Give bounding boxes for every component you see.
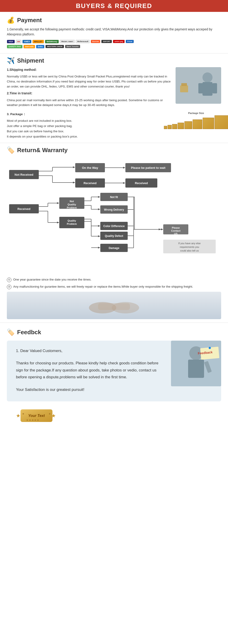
warranty-icon: 🏷️ xyxy=(7,146,15,154)
shipment-image xyxy=(176,67,221,104)
feedback-section: 🏷️ Feedbck Feedback 1. Dear Valued Custo… xyxy=(0,324,228,431)
svg-text:Quality Defect: Quality Defect xyxy=(105,234,123,238)
badge-svg: ★ ★ ★ ★ Your Text ★ ★ ★ ★ ★ xyxy=(15,406,58,426)
warranty-points: ① One year guarantee since the date you … xyxy=(7,277,221,290)
svg-rect-3 xyxy=(198,83,203,94)
svg-rect-4 xyxy=(213,83,217,94)
box-7 xyxy=(203,118,214,129)
svg-text:Received: Received xyxy=(17,207,30,211)
shipment-content: 1.Shipping method: Normally US$5 or less… xyxy=(7,67,221,110)
box-2 xyxy=(168,125,172,129)
bank-transfer-logo: Bank Transfer xyxy=(65,45,80,48)
svg-marker-15 xyxy=(73,182,75,184)
feedback-image: Feedback xyxy=(171,340,221,386)
privat-logo: Privat xyxy=(126,40,134,43)
feedback-text3: Your Satisfaction is our greatest pursui… xyxy=(16,386,212,394)
svg-text:★: ★ xyxy=(22,412,24,415)
svg-rect-6 xyxy=(181,83,187,86)
shipment-title: Shipment xyxy=(17,57,44,64)
payment-title: Payment xyxy=(17,17,42,24)
svg-text:Received: Received xyxy=(135,182,148,185)
svg-text:Problem: Problem xyxy=(67,222,77,225)
svg-text:★: ★ xyxy=(49,412,51,415)
svg-text:Problem: Problem xyxy=(67,206,77,209)
warranty-section: 🏷️ Return& Warranty Not Received On the … xyxy=(0,144,228,322)
package-boxes: Package Size xyxy=(171,112,221,129)
svg-rect-93 xyxy=(98,303,130,310)
payment-icon: 💰 xyxy=(7,16,15,24)
transit-heading: 2.Time in transit: xyxy=(7,92,32,95)
boxes-visual xyxy=(164,115,228,129)
svg-text:requirements you: requirements you xyxy=(180,246,199,248)
mobile-logo: Мобильный xyxy=(76,40,90,43)
method-heading: 1.Shipping method: xyxy=(7,68,37,72)
svg-marker-25 xyxy=(123,182,125,184)
svg-text:★ ★ ★ ★ ★: ★ ★ ★ ★ ★ xyxy=(26,419,39,421)
box-8 xyxy=(215,115,228,129)
payment-logos-2: SAFETY PAY mercado Doku WESTERN UNION Ba… xyxy=(7,45,221,48)
svg-text:Color Difference: Color Difference xyxy=(103,224,125,228)
wallet-logo: WALLET xyxy=(32,40,44,44)
svg-text:On the Way: On the Way xyxy=(82,166,98,170)
point1-num: ① xyxy=(7,278,11,282)
shipment-title-row: ✈️ Shipment xyxy=(7,57,221,64)
package-text: Most of product are not included in pack… xyxy=(7,118,166,139)
webmoney-logo: WebMoney xyxy=(45,40,59,44)
not-received-label: Not Received xyxy=(14,173,33,176)
svg-text:Wrong Delivery: Wrong Delivery xyxy=(104,208,124,211)
package-section: 3. Package： Most of product are not incl… xyxy=(7,112,221,139)
svg-rect-5 xyxy=(180,86,188,92)
shipment-section: ✈️ Shipment 1.Shipping method: Normally … xyxy=(0,54,228,142)
payment-section: 💰 Payment 1.Generally, we accept the fol… xyxy=(0,12,228,52)
svg-marker-19 xyxy=(123,167,125,168)
svg-text:Damage: Damage xyxy=(109,246,119,250)
svg-text:could also tell us: could also tell us xyxy=(180,249,199,252)
svg-text:Please: Please xyxy=(172,226,180,229)
svg-rect-96 xyxy=(188,360,204,378)
svg-marker-62 xyxy=(98,247,100,248)
handshake-image xyxy=(7,292,221,319)
doku-logo: Doku xyxy=(36,45,44,48)
mastercard-logo: ●● xyxy=(16,40,21,44)
svg-marker-49 xyxy=(98,208,100,210)
star-badge: ★ ★ ★ ★ Your Text ★ ★ ★ ★ ★ xyxy=(14,406,59,426)
svg-marker-33 xyxy=(57,202,59,204)
svg-text:Your Text: Your Text xyxy=(28,414,45,418)
payment-logos: VISA ●● AMEX WALLET WebMoney Малич. паке… xyxy=(7,40,221,44)
box-3 xyxy=(172,124,177,129)
mercado-logo: mercado xyxy=(23,45,35,48)
western-union-logo: WESTERN UNION xyxy=(45,45,64,48)
svg-marker-11 xyxy=(73,166,75,168)
svg-marker-45 xyxy=(98,196,100,198)
payment-title-row: 💰 Payment xyxy=(7,16,221,24)
badge-area: ★ ★ ★ ★ Your Text ★ ★ ★ ★ ★ xyxy=(7,406,221,426)
svg-text:Contact: Contact xyxy=(171,229,181,232)
svg-text:★: ★ xyxy=(16,413,20,418)
svg-marker-37 xyxy=(57,222,59,224)
svg-marker-60 xyxy=(98,235,100,237)
flow-diagram: Not Received On the Way Please be patien… xyxy=(7,158,221,273)
malich-logo: Малич. пакет xyxy=(60,40,75,43)
box-4 xyxy=(178,123,184,129)
feedback-icon: 🏷️ xyxy=(7,328,15,336)
point2-num: ② xyxy=(7,285,11,289)
svg-text:Not: Not xyxy=(70,200,74,203)
page-title: BUYERS & REQUIRED xyxy=(0,2,228,10)
visa-logo: VISA xyxy=(7,40,15,44)
svg-text:Quality: Quality xyxy=(68,219,76,222)
svg-text:If you have any else: If you have any else xyxy=(178,242,201,245)
svg-marker-82 xyxy=(161,228,163,230)
box-6 xyxy=(193,120,202,129)
svg-rect-2 xyxy=(203,82,213,96)
payment-text: 1.Generally, we accept the following pay… xyxy=(7,27,221,37)
unionpay-logo: union pay xyxy=(113,40,125,43)
svg-text:Quality: Quality xyxy=(68,203,76,206)
package-text-block: 3. Package： Most of product are not incl… xyxy=(7,112,166,139)
feedback-title: Feedbck xyxy=(17,329,41,336)
svg-text:Received: Received xyxy=(84,182,97,185)
svg-marker-56 xyxy=(98,225,100,227)
shipment-icon: ✈️ xyxy=(7,57,15,64)
boltic-logo: Болтик xyxy=(91,40,100,43)
warranty-title: Return& Warranty xyxy=(17,147,68,154)
svg-text:Please be patient to wait: Please be patient to wait xyxy=(131,166,166,170)
